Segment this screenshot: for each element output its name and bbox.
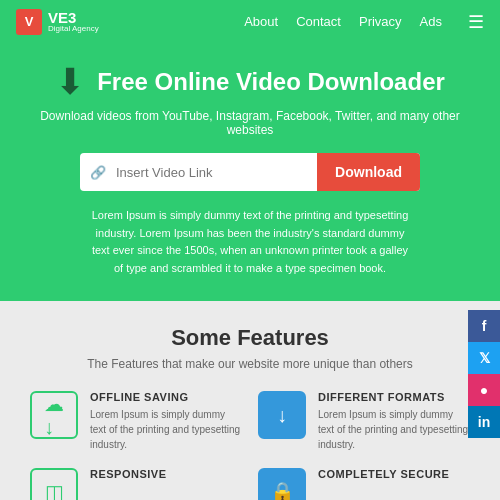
facebook-button[interactable]: f [468, 310, 500, 342]
video-url-input[interactable] [116, 153, 317, 191]
secure-content: COMPLETELY SECURE [318, 468, 449, 484]
feature-offline-saving: ☁↓ OFFLINE SAVING Lorem Ipsum is simply … [30, 391, 242, 452]
link-icon: 🔗 [80, 153, 116, 191]
offline-saving-content: OFFLINE SAVING Lorem Ipsum is simply dum… [90, 391, 242, 452]
features-grid: ☁↓ OFFLINE SAVING Lorem Ipsum is simply … [30, 391, 470, 500]
hero-description: Lorem Ipsum is simply dummy text of the … [90, 207, 410, 277]
hero-icon-row: ⬇ Free Online Video Downloader [40, 61, 460, 103]
feature-responsive: ◫ RESPONSIVE [30, 468, 242, 500]
different-formats-icon: ↓ [258, 391, 306, 439]
logo-group: VE3 Digital Agency [48, 10, 99, 33]
responsive-content: RESPONSIVE [90, 468, 167, 484]
different-formats-desc: Lorem Ipsum is simply dummy text of the … [318, 407, 470, 452]
nav-about[interactable]: About [244, 14, 278, 29]
logo-sub: Digital Agency [48, 25, 99, 33]
features-section: Some Features The Features that make our… [0, 301, 500, 500]
responsive-icon: ◫ [30, 468, 78, 500]
download-icon: ⬇ [55, 61, 85, 103]
different-formats-content: DIFFERENT FORMATS Lorem Ipsum is simply … [318, 391, 470, 452]
nav-ads[interactable]: Ads [420, 14, 442, 29]
download-button[interactable]: Download [317, 153, 420, 191]
hero-title: Free Online Video Downloader [97, 68, 445, 96]
offline-saving-desc: Lorem Ipsum is simply dummy text of the … [90, 407, 242, 452]
linkedin-button[interactable]: in [468, 406, 500, 438]
secure-icon: 🔒 [258, 468, 306, 500]
features-title: Some Features [30, 325, 470, 351]
offline-saving-icon: ☁↓ [30, 391, 78, 439]
feature-different-formats: ↓ DIFFERENT FORMATS Lorem Ipsum is simpl… [258, 391, 470, 452]
nav-contact[interactable]: Contact [296, 14, 341, 29]
different-formats-title: DIFFERENT FORMATS [318, 391, 470, 403]
logo-icon: V [16, 9, 42, 35]
social-sidebar: f 𝕏 ● in [468, 310, 500, 438]
hero-section: ⬇ Free Online Video Downloader Download … [0, 43, 500, 301]
offline-saving-title: OFFLINE SAVING [90, 391, 242, 403]
hero-subtitle: Download videos from YouTube, Instagram,… [40, 109, 460, 137]
search-bar: 🔗 Download [80, 153, 420, 191]
twitter-button[interactable]: 𝕏 [468, 342, 500, 374]
nav-links: About Contact Privacy Ads ☰ [244, 11, 484, 33]
secure-title: COMPLETELY SECURE [318, 468, 449, 480]
feature-completely-secure: 🔒 COMPLETELY SECURE [258, 468, 470, 500]
logo-name: VE3 [48, 10, 99, 25]
responsive-title: RESPONSIVE [90, 468, 167, 480]
instagram-button[interactable]: ● [468, 374, 500, 406]
navbar: V VE3 Digital Agency About Contact Priva… [0, 0, 500, 43]
features-subtitle: The Features that make our website more … [30, 357, 470, 371]
hamburger-icon[interactable]: ☰ [468, 11, 484, 33]
nav-privacy[interactable]: Privacy [359, 14, 402, 29]
